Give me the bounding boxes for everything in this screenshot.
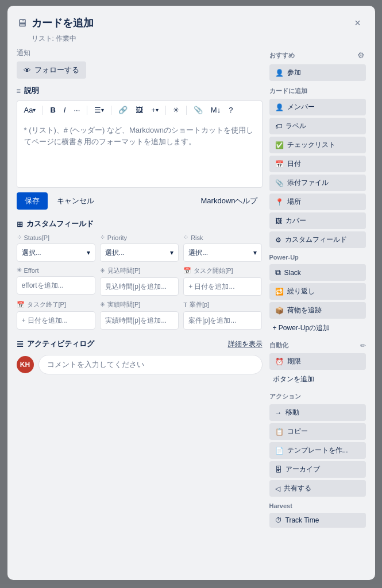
custom-fields-row1: ⁘ Status[P] 選択... ▾ ⁘ Priority — [17, 234, 263, 262]
member-button[interactable]: 👤 メンバー — [269, 99, 366, 115]
deadline-button[interactable]: ⏰ 期限 — [269, 353, 366, 370]
insert-button[interactable]: + ▾ — [149, 105, 161, 115]
md-button[interactable]: M↓ — [209, 105, 223, 115]
field-estimated-time-input[interactable]: 見込時間[p]を追加... — [100, 277, 179, 296]
suggested-section: おすすめ ⚙ 👤 参加 — [269, 49, 366, 81]
field-risk: ⁘ Risk 選択... ▾ — [183, 234, 262, 262]
field-status-select[interactable]: 選択... ▾ — [17, 243, 95, 262]
avatar: KH — [17, 356, 34, 373]
main-content: 通知 👁 フォローする ≡ 説明 Aa — [17, 48, 366, 571]
power-up-title: Power-Up — [269, 254, 366, 261]
field-task-end-input[interactable]: + 日付を追加... — [17, 311, 95, 330]
join-button[interactable]: 👤 参加 — [269, 64, 366, 81]
actions-title: アクション — [269, 392, 366, 401]
editor-body[interactable]: * (リスト)、# (ヘッダー) など、Markdownのショートカットを使用し… — [17, 119, 263, 188]
activity-title: アクティビティログ — [27, 339, 94, 349]
list-button[interactable]: ☰ ▾ — [92, 105, 106, 115]
suggested-gear-button[interactable]: ⚙ — [356, 49, 366, 61]
field-priority-select[interactable]: 選択... ▾ — [100, 243, 179, 262]
archive-button[interactable]: 🗄 アーカイブ — [269, 461, 366, 478]
cancel-button[interactable]: キャンセル — [52, 192, 99, 210]
power-up-section: Power-Up ⧉ Slack 🔁 繰り返し 📦 荷物を追跡 — [269, 254, 366, 335]
follow-icon: 👁 — [24, 66, 31, 75]
italic-button[interactable]: I — [61, 105, 68, 115]
cover-button[interactable]: 🖼 カバー — [269, 212, 366, 229]
ai-button[interactable]: ✳ — [171, 105, 182, 115]
custom-fields-title: カスタムフィールド — [26, 219, 94, 229]
modal-header: 🖥 カードを追加 × — [17, 15, 366, 31]
field-task-start-label: 📅 タスク開始[P] — [183, 266, 262, 275]
editor-actions-left: 保存 キャンセル — [17, 192, 99, 210]
custom-fields-button[interactable]: ⚙ カスタムフィールド — [269, 231, 366, 248]
slack-button[interactable]: ⧉ Slack — [269, 264, 366, 281]
save-button[interactable]: 保存 — [17, 192, 48, 210]
activity-section: ☰ アクティビティログ 詳細を表示 KH コメントを入力してください — [17, 339, 263, 374]
font-button[interactable]: Aa ▾ — [22, 105, 38, 115]
label-button[interactable]: 🏷 ラベル — [269, 118, 366, 134]
track-package-button[interactable]: 📦 荷物を追跡 — [269, 302, 366, 319]
more-button[interactable]: ··· — [71, 105, 82, 115]
checklist-icon: ✅ — [275, 141, 284, 149]
activity-header-left: ☰ アクティビティログ — [17, 339, 94, 349]
field-actual-time-label: ✳ 実績時間[P] — [100, 300, 179, 309]
add-power-up-button[interactable]: + Power-Upの追加 — [269, 321, 366, 335]
description-icon: ≡ — [17, 87, 21, 95]
field-task-end: 📅 タスク終了[P] + 日付を追加... — [17, 300, 95, 330]
harvest-section: Harvest ⏱ Track Time — [269, 502, 366, 528]
track-time-button[interactable]: ⏱ Track Time — [269, 513, 366, 528]
attach-button[interactable]: 📎 — [191, 105, 205, 115]
location-icon: 📍 — [275, 198, 284, 206]
field-estimated-time-label: ✳ 見込時間[P] — [100, 266, 179, 275]
archive-icon: 🗄 — [275, 466, 282, 474]
bold-button[interactable]: B — [48, 105, 57, 115]
date-icon: 📅 — [275, 160, 284, 168]
activity-icon: ☰ — [17, 340, 24, 349]
follow-label: フォローする — [34, 65, 79, 75]
custom-fields-btn-icon: ⚙ — [275, 236, 281, 244]
close-button[interactable]: × — [350, 15, 366, 31]
move-button[interactable]: → 移動 — [269, 404, 366, 421]
editor-placeholder: * (リスト)、# (ヘッダー) など、Markdownのショートカットを使用し… — [24, 126, 253, 146]
copy-button[interactable]: 📋 コピー — [269, 423, 366, 440]
automation-edit-button[interactable]: ✏ — [360, 342, 366, 350]
field-risk-select[interactable]: 選択... ▾ — [183, 243, 262, 262]
field-actual-time: ✳ 実績時間[P] 実績時間[p]を追加... — [100, 300, 179, 330]
member-icon: 👤 — [275, 103, 284, 111]
date-button[interactable]: 📅 日付 — [269, 156, 366, 172]
track-package-icon: 📦 — [275, 307, 284, 315]
activity-header: ☰ アクティビティログ 詳細を表示 — [17, 339, 263, 349]
follow-button[interactable]: 👁 フォローする — [17, 61, 86, 79]
field-risk-label: ⁘ Risk — [183, 234, 262, 241]
cover-icon: 🖼 — [275, 217, 282, 225]
attachment-icon: 📎 — [275, 179, 284, 187]
toolbar-sep-2 — [87, 106, 87, 115]
image-button[interactable]: 🖼 — [133, 105, 145, 115]
field-effort-input[interactable]: effortを追加... — [17, 276, 95, 295]
share-icon: ◁ — [275, 485, 280, 493]
template-icon: 📄 — [275, 447, 284, 455]
modal-title: カードを追加 — [32, 16, 94, 30]
field-case-input[interactable]: 案件[p]を追加... — [183, 311, 262, 330]
field-task-start-input[interactable]: + 日付を追加... — [183, 277, 262, 296]
share-button[interactable]: ◁ 共有する — [269, 480, 366, 497]
actions-section: アクション → 移動 📋 コピー 📄 テンプレートを作... — [269, 392, 366, 497]
suggested-title: おすすめ ⚙ — [269, 49, 366, 61]
attachment-button[interactable]: 📎 添付ファイル — [269, 175, 366, 191]
help-button[interactable]: ? — [226, 105, 235, 115]
template-button[interactable]: 📄 テンプレートを作... — [269, 442, 366, 459]
comment-input[interactable]: コメントを入力してください — [38, 355, 263, 374]
repeat-icon: 🔁 — [275, 288, 284, 296]
add-button-button[interactable]: ボタンを追加 — [269, 372, 366, 386]
automation-title: 自動化 ✏ — [269, 341, 366, 350]
field-actual-time-input[interactable]: 実績時間[p]を追加... — [100, 311, 179, 330]
comment-row: KH コメントを入力してください — [17, 355, 263, 374]
detail-link[interactable]: 詳細を表示 — [228, 339, 263, 349]
repeat-button[interactable]: 🔁 繰り返し — [269, 283, 366, 300]
deadline-icon: ⏰ — [275, 358, 284, 366]
modal-title-area: 🖥 カードを追加 — [17, 16, 94, 30]
checklist-button[interactable]: ✅ チェックリスト — [269, 137, 366, 153]
location-button[interactable]: 📍 場所 — [269, 194, 366, 210]
notification-section: 通知 👁 フォローする — [17, 48, 263, 79]
link-button[interactable]: 🔗 — [116, 105, 130, 115]
markdown-help-button[interactable]: Markdownヘルプ — [196, 192, 263, 210]
